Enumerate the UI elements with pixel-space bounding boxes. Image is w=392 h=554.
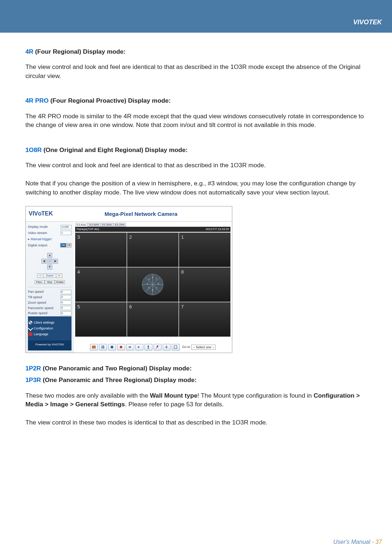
tab-e3-auto[interactable]: E3 Auto	[75, 223, 87, 227]
para-1p-2: The view control in these two modes is i…	[25, 418, 367, 427]
svg-marker-15	[138, 346, 139, 348]
view-cell-7[interactable]: 7	[179, 302, 230, 337]
section-1p2r-title: 1P2R (One Panoramic and Two Regional) Di…	[25, 364, 367, 373]
view-cell-4[interactable]: 4	[75, 267, 127, 302]
fullscreen-button[interactable]	[172, 344, 180, 350]
goto-select[interactable]: -- Select one --	[191, 345, 216, 350]
title-1p3r-rest: (One Panoramic and Three Regional) Displ…	[41, 376, 197, 383]
camera-sidebar: Display mode 1O8R Video stream 1 ▸ Manua…	[26, 222, 74, 353]
motion-mode-segment: Pano. Stop Rotate	[28, 280, 72, 284]
svg-text:3: 3	[148, 278, 150, 280]
goto-label: Go to	[182, 345, 190, 349]
stream-timestamp: 2011/7/7 13:34:25	[205, 227, 229, 231]
mic-button[interactable]	[144, 344, 152, 350]
view-cell-2[interactable]: 2	[127, 233, 179, 267]
header-bar: VIVOTEK	[0, 0, 392, 33]
cell-num: 2	[129, 234, 132, 241]
mode-stop-button[interactable]: Stop	[45, 280, 55, 284]
cell-num: 5	[77, 304, 80, 310]
code-4rpro: 4R PRO	[25, 97, 49, 104]
bold-wall-mount: Wall Mount type	[150, 392, 197, 399]
label-pan-speed: Pan speed	[28, 290, 44, 294]
arrow-left-icon[interactable]: ◀	[41, 259, 46, 264]
svg-text:1: 1	[156, 277, 157, 280]
cell-num: 1	[181, 234, 184, 241]
select-tilt-speed[interactable]: 0	[61, 295, 72, 299]
view-cell-5[interactable]: 5	[75, 302, 127, 337]
label-tilt-speed: Tilt speed	[28, 295, 42, 300]
digital-output-off[interactable]: Off	[66, 243, 72, 247]
stop-button[interactable]	[108, 344, 116, 350]
cell-num: 7	[181, 304, 184, 310]
section-4rpro-title: 4R PRO (Four Regional Proactive) Display…	[25, 96, 367, 105]
quality-tabs: E3 Auto E3 50% E3 30% E3 25%	[74, 222, 232, 227]
zoom-label: Zoom	[44, 274, 56, 278]
zoom-out-button[interactable]: −	[37, 274, 44, 278]
record-button[interactable]	[117, 344, 125, 350]
section-1p3r-title: 1P3R (One Panoramic and Three Regional) …	[25, 376, 367, 384]
digital-output-on[interactable]: On	[60, 243, 66, 247]
arrow-home-icon[interactable]: ⌂	[47, 259, 52, 264]
camera-logo-o-icon	[38, 212, 41, 216]
para-1p-1: These two modes are only available with …	[25, 391, 367, 409]
arrow-down-icon[interactable]: ▼	[47, 264, 52, 270]
select-rotate-speed[interactable]: 5	[61, 311, 72, 316]
pause-button[interactable]	[99, 344, 107, 350]
title-1p2r-rest: (One Panoramic and Two Regional) Display…	[41, 365, 192, 372]
title-4rpro-rest: (Four Regional Proactive) Display mode:	[49, 97, 171, 104]
ptz-button[interactable]	[163, 344, 171, 350]
camera-body: Display mode 1O8R Video stream 1 ▸ Manua…	[26, 222, 232, 353]
svg-marker-14	[128, 346, 130, 348]
link-language[interactable]: Language	[29, 332, 71, 337]
view-grid: 3 2 1 4 1 2	[75, 233, 230, 340]
ptz-nav-pad: ▲ ◀ ⌂ ▶ ▼	[28, 253, 72, 270]
zoom-control: − Zoom +	[28, 274, 72, 278]
mic-mute-button[interactable]	[154, 344, 162, 350]
row-zoom-speed: Zoom speed 0	[28, 300, 72, 305]
fisheye-icon: 1 2 3 4 5 6 7 8	[133, 271, 172, 298]
code-1p3r: 1P3R	[25, 376, 41, 383]
zoom-in-button[interactable]: +	[56, 274, 62, 278]
section-1o8r-title: 1O8R (One Original and Eight Regional) D…	[25, 145, 367, 154]
row-panoramic-speed: Panoramic speed 5	[28, 306, 72, 311]
link-client-settings[interactable]: Client settings	[29, 320, 71, 325]
link-configuration[interactable]: Configuration	[29, 326, 71, 331]
tab-e3-30[interactable]: E3 30%	[101, 223, 113, 227]
row-pan-speed: Pan speed 0	[28, 290, 72, 294]
snapshot-button[interactable]	[90, 344, 98, 350]
view-cell-original-fisheye[interactable]: 1 2 3 4 5 6 7 8	[127, 267, 179, 302]
select-panoramic-speed[interactable]: 5	[61, 306, 72, 310]
volume-down-button[interactable]	[135, 344, 143, 350]
svg-rect-11	[103, 345, 104, 349]
tab-e3-25[interactable]: E3 25%	[114, 223, 126, 227]
select-zoom-speed[interactable]: 0	[61, 300, 72, 305]
view-cell-3[interactable]: 3	[75, 233, 127, 267]
label-digital-output: Digital output:	[28, 243, 48, 248]
camera-ui-figure: VIVTEK Mega-Pixel Network Camera Display…	[25, 206, 232, 353]
arrow-right-icon[interactable]: ▶	[53, 259, 58, 264]
para-1o8r-2: Note that if you change the position of …	[25, 179, 367, 197]
view-cell-8[interactable]: 8	[179, 267, 230, 302]
volume-up-button[interactable]	[126, 344, 134, 350]
cell-num: 4	[77, 269, 80, 275]
row-rotate-speed: Rotate speed 5	[28, 311, 72, 316]
tab-e3-50[interactable]: E3 50%	[88, 223, 100, 227]
mode-rotate-button[interactable]: Rotate	[55, 280, 65, 284]
para-4rpro-1: The 4R PRO mode is similar to the 4R mod…	[25, 112, 367, 130]
arrow-up-icon[interactable]: ▲	[47, 253, 52, 258]
select-pan-speed[interactable]: 0	[61, 290, 72, 294]
gear-icon	[29, 321, 32, 324]
svg-text:5: 5	[148, 287, 150, 289]
select-display-mode[interactable]: 1O8R	[61, 225, 72, 229]
toggle-digital-output[interactable]: OnOff	[60, 243, 72, 247]
view-cell-6[interactable]: 6	[127, 302, 179, 337]
page: VIVOTEK 4R (Four Regional) Display mode:…	[0, 0, 392, 554]
mode-pano-button[interactable]: Pano.	[34, 280, 45, 284]
label-zoom-speed: Zoom speed	[28, 300, 46, 305]
para-4r-1: The view control and look and feel are i…	[25, 62, 367, 80]
select-video-stream[interactable]: 1	[61, 231, 72, 235]
view-cell-1[interactable]: 1	[179, 233, 230, 267]
content-area: 4R (Four Regional) Display mode: The vie…	[0, 33, 392, 427]
row-manual-trigger: ▸ Manual trigger:	[28, 237, 72, 242]
label-rotate-speed: Rotate speed	[28, 311, 48, 316]
